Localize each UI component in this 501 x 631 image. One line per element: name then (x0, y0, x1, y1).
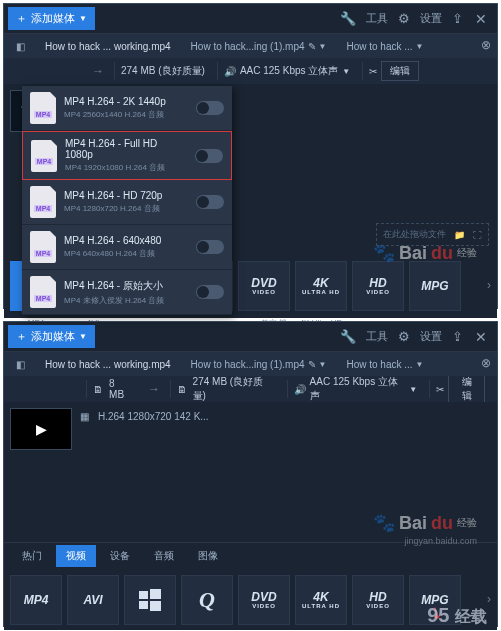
audio-segment[interactable]: 🔊AAC 125 Kbps 立体声▼ (287, 380, 424, 398)
category-tab-popular[interactable]: 热门 (12, 545, 52, 567)
size-segment: 🗎8 MB (86, 380, 137, 398)
toggle-switch[interactable] (196, 240, 224, 254)
file-tab-2[interactable]: How to hack...ing (1).mp4✎▼ (185, 357, 333, 372)
svg-rect-8 (150, 589, 161, 599)
info-icon: ▦ (80, 411, 92, 422)
close-icon[interactable]: ✕ (469, 329, 493, 345)
pencil-icon[interactable]: ✎ (308, 359, 316, 370)
category-tab-image[interactable]: 图像 (188, 545, 228, 567)
drop-zone[interactable]: 在此处拖动文件 📁 ⛶ (376, 223, 489, 246)
preset-title: MP4 H.264 - 2K 1440p (64, 96, 188, 107)
file-icon: MP4 (31, 140, 57, 172)
format-tile-mp4[interactable]: MP4 (10, 575, 62, 625)
preset-item-2k[interactable]: MP4 MP4 H.264 - 2K 1440pMP4 2560x1440 H.… (22, 86, 232, 131)
tools-label[interactable]: 工具 (362, 11, 392, 26)
category-tab-device[interactable]: 设备 (100, 545, 140, 567)
format-logo: MPG (421, 594, 448, 606)
svg-rect-10 (150, 601, 161, 611)
quicktime-icon: Q (199, 589, 215, 611)
toggle-switch[interactable] (196, 285, 224, 299)
tools-label[interactable]: 工具 (362, 329, 392, 344)
preset-sub: MP4 2560x1440 H.264 音频 (64, 109, 188, 120)
format-tile-avi[interactable]: AVI (67, 575, 119, 625)
file-tab-1[interactable]: How to hack ... working.mp4 (39, 357, 177, 372)
edit-segment[interactable]: ✂ 编辑 (362, 62, 425, 80)
toggle-switch[interactable] (195, 149, 223, 163)
file-icon: MP4 (30, 186, 56, 218)
add-media-label: 添加媒体 (31, 329, 75, 344)
file-tab-2[interactable]: How to hack...ing (1).mp4 ✎ ▼ (185, 39, 333, 54)
file-tab-label: How to hack ... working.mp4 (45, 359, 171, 370)
arrow-right-icon: → (144, 382, 164, 396)
file-tab-label: How to hack...ing (1).mp4 (191, 359, 305, 370)
plus-icon: ＋ (16, 329, 27, 344)
codec-info: ▦H.264 1280x720 142 K... (80, 408, 497, 425)
gear-icon[interactable]: ⚙ (392, 11, 416, 26)
file-tab-label: How to hack...ing (1).mp4 (191, 41, 305, 52)
add-media-label: 添加媒体 (31, 11, 75, 26)
wrench-icon[interactable]: 🔧 (334, 329, 362, 344)
format-tile-hd[interactable]: HDVIDEO (352, 261, 404, 311)
settings-label[interactable]: 设置 (416, 329, 446, 344)
format-tile-4k[interactable]: 4KULTRA HD (295, 261, 347, 311)
video-thumbnail[interactable]: ▶ (10, 408, 72, 450)
speaker-icon: 🔊 (294, 384, 306, 395)
category-tab-audio[interactable]: 音频 (144, 545, 184, 567)
scissors-icon: ✂ (436, 384, 444, 395)
format-tile-mpg[interactable]: MPG (409, 261, 461, 311)
pencil-icon[interactable]: ✎ (308, 41, 316, 52)
format-logo: 4KULTRA HD (302, 591, 340, 609)
share-icon[interactable]: ⇪ (446, 329, 469, 344)
format-tile-hd[interactable]: HDVIDEO (352, 575, 404, 625)
chevron-down-icon: ▼ (409, 385, 417, 394)
toggle-switch[interactable] (196, 101, 224, 115)
preset-item-1080p[interactable]: MP4 MP4 H.264 - Full HD 1080pMP4 1920x10… (22, 131, 232, 180)
close-circle-icon[interactable]: ⊗ (481, 356, 491, 370)
format-logo: DVDVIDEO (251, 591, 276, 609)
preset-sub: MP4 640x480 H.264 音频 (64, 248, 188, 259)
file-tab-label: How to hack ... (346, 41, 412, 52)
collapse-icon[interactable]: ◧ (10, 41, 31, 52)
file-tab-1[interactable]: How to hack ... working.mp4 (39, 39, 177, 54)
preset-item-640[interactable]: MP4 MP4 H.264 - 640x480MP4 640x480 H.264… (22, 225, 232, 270)
format-tile-wmv[interactable] (124, 575, 176, 625)
chevron-down-icon: ▼ (342, 67, 350, 76)
format-logo: HDVIDEO (366, 277, 390, 295)
close-icon[interactable]: ✕ (469, 11, 493, 27)
format-tile-dvd[interactable]: DVDVIDEO (238, 261, 290, 311)
format-logo: 4KULTRA HD (302, 277, 340, 295)
format-tile-dvd[interactable]: DVDVIDEO (238, 575, 290, 625)
chevron-right-icon[interactable]: › (483, 278, 495, 292)
chevron-down-icon[interactable]: ▼ (319, 42, 327, 51)
format-tile-mpg[interactable]: MPG (409, 575, 461, 625)
settings-label[interactable]: 设置 (416, 11, 446, 26)
category-tab-video[interactable]: 视频 (56, 545, 96, 567)
file-tab-label: How to hack ... working.mp4 (45, 41, 171, 52)
preset-sub: MP4 未修入侯发 H.264 音频 (64, 295, 188, 306)
chevron-down-icon[interactable]: ▼ (319, 360, 327, 369)
preset-item-720p[interactable]: MP4 MP4 H.264 - HD 720pMP4 1280x720 H.26… (22, 180, 232, 225)
add-media-button[interactable]: ＋ 添加媒体 ▼ (8, 7, 95, 30)
expand-icon[interactable]: ⛶ (473, 230, 482, 240)
gear-icon[interactable]: ⚙ (392, 329, 416, 344)
chevron-down-icon[interactable]: ▼ (416, 360, 424, 369)
collapse-icon[interactable]: ◧ (10, 359, 31, 370)
file-icon: MP4 (30, 276, 56, 308)
chevron-down-icon[interactable]: ▼ (416, 42, 424, 51)
add-media-button[interactable]: ＋ 添加媒体 ▼ (8, 325, 95, 348)
file-tab-3[interactable]: How to hack ... ▼ (340, 39, 429, 54)
share-icon[interactable]: ⇪ (446, 11, 469, 26)
file-tab-3[interactable]: How to hack ...▼ (340, 357, 429, 372)
format-tile-mov[interactable]: Q (181, 575, 233, 625)
folder-icon[interactable]: 📁 (454, 230, 465, 240)
toggle-switch[interactable] (196, 195, 224, 209)
preset-item-original[interactable]: MP4 MP4 H.264 - 原始大小MP4 未修入侯发 H.264 音频 (22, 270, 232, 315)
format-tile-4k[interactable]: 4KULTRA HD (295, 575, 347, 625)
edit-button[interactable]: 编辑 (448, 372, 485, 406)
audio-segment[interactable]: 🔊 AAC 125 Kbps 立体声 ▼ (217, 62, 356, 80)
edit-segment[interactable]: ✂编辑 (429, 380, 491, 398)
close-circle-icon[interactable]: ⊗ (481, 38, 491, 52)
chevron-right-icon[interactable]: › (483, 592, 495, 606)
wrench-icon[interactable]: 🔧 (334, 11, 362, 26)
edit-button[interactable]: 编辑 (381, 61, 419, 81)
